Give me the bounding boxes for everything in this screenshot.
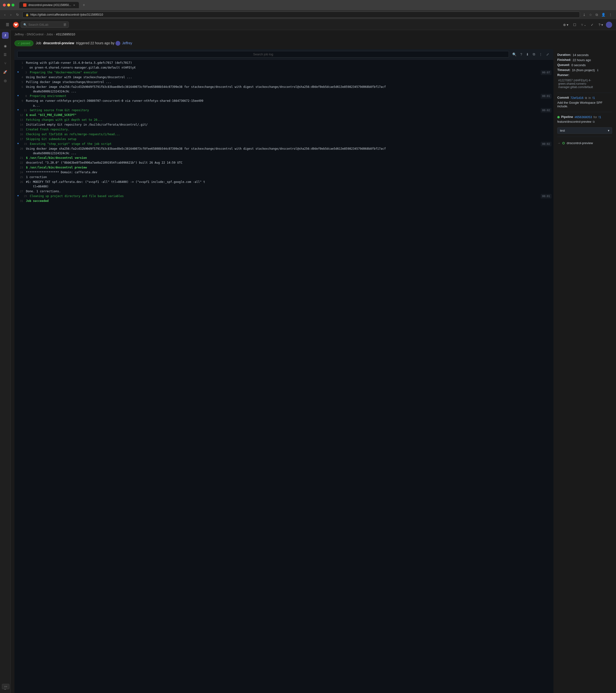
- finished-label: Finished:: [557, 58, 571, 62]
- collapse-button-19[interactable]: ▼: [16, 142, 20, 145]
- search-placeholder: Search GitLab: [28, 23, 48, 26]
- copy-branch-button[interactable]: ⧉: [593, 120, 595, 123]
- line-time-3: 00:07: [541, 70, 552, 75]
- search-job-log-input[interactable]: Search job log: [17, 51, 509, 58]
- commit-message: Add the Google Workspace SPF include.: [557, 101, 602, 108]
- sidebar-item-deployments[interactable]: 🚀: [1, 67, 9, 76]
- slash-badge: /: [63, 23, 66, 26]
- log-line-collapsible-11: ▼ 11 Getting source from Git repository …: [15, 108, 553, 113]
- dnscontrol-item: → dnscontrol-preview: [557, 140, 612, 146]
- breadcrumb-dnscontrol[interactable]: DNSControl: [27, 33, 43, 36]
- log-line: 31 Job succeeded: [15, 199, 553, 203]
- issues-button[interactable]: ☐: [571, 21, 578, 28]
- log-line: 14 Initialized empty Git repository in /…: [15, 122, 553, 127]
- close-button[interactable]: [3, 4, 6, 6]
- divider-3: [557, 137, 612, 137]
- user-avatar-sm: [116, 41, 120, 46]
- line-time-29: 00:01: [541, 194, 552, 199]
- pipeline-status-icon: [557, 116, 560, 118]
- dnscontrol-link[interactable]: dnscontrol-preview: [567, 141, 593, 145]
- extensions-icon[interactable]: ⧉: [595, 12, 599, 18]
- collapse-button-11[interactable]: ▼: [16, 108, 20, 111]
- search-icon: 🔍: [23, 23, 27, 26]
- branch-dropdown-label: test: [560, 129, 565, 132]
- queued-label: Queued:: [557, 63, 570, 67]
- commit-section: Commit 72ef1d16 ⧉ in !1 Add the Google W…: [557, 96, 612, 108]
- expand-log-btn[interactable]: ⤢: [545, 51, 551, 57]
- collapse-button-3[interactable]: ▼: [16, 71, 20, 73]
- merge-requests-button[interactable]: ⑂ ▾: [579, 21, 588, 28]
- sidebar-item-monitoring[interactable]: ◎: [1, 76, 9, 85]
- sidebar-item-merge-requests[interactable]: ⑂: [1, 59, 9, 67]
- divider-2: [557, 112, 612, 112]
- help-log-btn[interactable]: ?: [519, 51, 523, 57]
- commit-mr-link[interactable]: !1: [592, 96, 595, 100]
- log-line: 23 $ /usr/local/bin/dnscontrol preview: [15, 165, 553, 170]
- breadcrumb-jobs[interactable]: Jobs: [46, 33, 53, 36]
- arrow-icon: →: [557, 141, 560, 145]
- back-button[interactable]: ‹: [3, 12, 7, 18]
- download-log-btn[interactable]: ⬇: [524, 51, 530, 57]
- tab-close-icon[interactable]: ✕: [73, 4, 75, 6]
- log-line: 1 Running with gitlab-runner 15.4.0~beta…: [15, 61, 553, 65]
- menu-icon[interactable]: ⋮: [608, 12, 613, 18]
- maximize-button[interactable]: [12, 4, 15, 6]
- dnscontrol-status-icon: [562, 142, 565, 144]
- search-bar[interactable]: 🔍 Search GitLab /: [21, 21, 69, 28]
- more-log-btn[interactable]: ⋮: [538, 51, 544, 57]
- new-tab-button[interactable]: +: [81, 2, 87, 8]
- user-avatar[interactable]: [606, 22, 612, 28]
- branch-dropdown[interactable]: test ▾: [557, 127, 612, 134]
- gitlab-logo[interactable]: [13, 22, 19, 28]
- breadcrumb-sep-3: ›: [54, 33, 55, 36]
- copy-log-btn[interactable]: ⧉: [531, 51, 537, 57]
- log-content[interactable]: 1 Running with gitlab-runner 15.4.0~beta…: [15, 60, 553, 693]
- sidebar-item-list[interactable]: ☰: [1, 50, 9, 59]
- log-line: 24 ******************* Domain: cafferata…: [15, 170, 553, 175]
- search-icon-btn[interactable]: 🔍: [511, 51, 518, 57]
- log-line: 26 #1: MODIFY TXT spf.cafferata.dev: ("v…: [15, 180, 553, 189]
- pipeline-mr-link[interactable]: !1: [598, 115, 601, 119]
- profile-icon[interactable]: 👤: [600, 12, 607, 18]
- breadcrumb-sep-2: ›: [44, 33, 45, 36]
- log-line-collapsible-3: ▼ 3 Preparing the "docker+machine" execu…: [15, 70, 553, 75]
- triggered-text: triggered 22 hours ago by: [76, 41, 115, 45]
- commit-hash-link[interactable]: 72ef1d16: [570, 96, 583, 100]
- log-line: 4 Using Docker executor with image stack…: [15, 75, 553, 80]
- timeout-info-icon[interactable]: ℹ: [597, 68, 598, 72]
- todos-button[interactable]: ✓: [589, 21, 596, 28]
- help-button[interactable]: ? ▾: [597, 21, 605, 28]
- breadcrumb-jeffrey[interactable]: Jeffrey: [15, 33, 24, 36]
- address-bar[interactable]: 🔒 https://gitlab.com/cafferata/dnscontro…: [22, 12, 580, 18]
- collapse-button-8[interactable]: ▼: [16, 94, 20, 97]
- status-text: passed: [21, 42, 30, 45]
- job-log-area: Search job log 🔍 ? ⬇ ⧉ ⋮ ⤢: [15, 49, 553, 693]
- browser-tab[interactable]: dnscontrol-preview (#31158950... ✕: [19, 2, 79, 8]
- commit-in-text: in: [589, 96, 591, 100]
- sidebar-toggle-button[interactable]: >>: [2, 684, 9, 689]
- log-toolbar-actions: 🔍 ? ⬇ ⧉ ⋮ ⤢: [511, 51, 551, 57]
- hamburger-button[interactable]: ☰: [4, 21, 11, 28]
- log-line: 15 Created fresh repository.: [15, 127, 553, 132]
- create-button[interactable]: ⊕ ▾: [561, 21, 571, 28]
- line-time-11: 00:02: [541, 108, 552, 113]
- user-link[interactable]: Jeffrey: [122, 41, 132, 45]
- copy-commit-button[interactable]: ⧉: [585, 96, 587, 100]
- sidebar-project-avatar[interactable]: J: [2, 32, 9, 39]
- sidebar-item-activity[interactable]: ◉: [1, 42, 9, 50]
- runner-value: #12270857 (ntHFEtyX) 4-green.shared.runn…: [558, 79, 612, 89]
- log-line: 21 $ /usr/local/bin/dnscontrol version: [15, 156, 553, 160]
- forward-button[interactable]: ›: [9, 12, 13, 18]
- collapse-button-29[interactable]: ▼: [16, 194, 20, 197]
- tab-favicon: [23, 3, 26, 7]
- log-line: 20 Using docker image sha256:fa2cd32b90d…: [15, 146, 553, 156]
- reload-button[interactable]: ↻: [15, 12, 20, 18]
- pipeline-number-link[interactable]: #656368053: [575, 115, 592, 119]
- pipeline-for-text: for: [593, 115, 597, 119]
- finished-value: 22 hours ago: [573, 58, 591, 62]
- star-icon[interactable]: ☆: [588, 12, 593, 18]
- line-time-19: 00:02: [541, 142, 552, 146]
- breadcrumb-current: #3115895010: [56, 33, 75, 36]
- bookmark-icon[interactable]: ⤓: [582, 12, 587, 18]
- minimize-button[interactable]: [7, 4, 10, 6]
